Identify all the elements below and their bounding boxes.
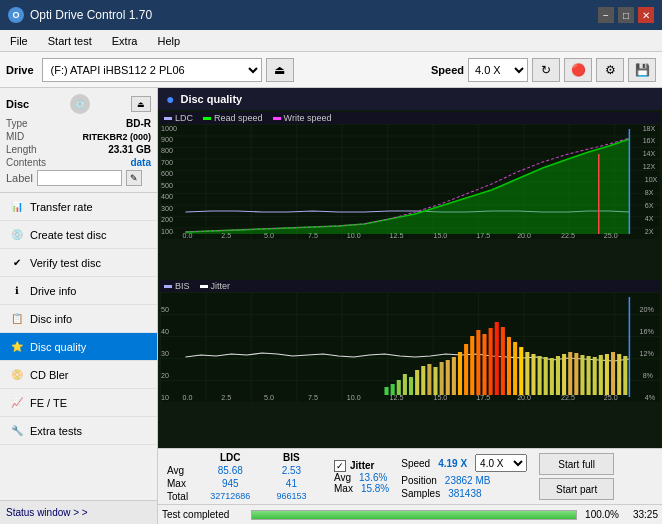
total-ldc: 32712686 [200, 490, 261, 503]
maximize-button[interactable]: □ [618, 7, 634, 23]
title-bar-left: O Opti Drive Control 1.70 [8, 7, 152, 23]
legend-jitter-label: Jitter [211, 281, 231, 291]
svg-text:17.5: 17.5 [476, 394, 490, 401]
sidebar-item-label-drive-info: Drive info [30, 285, 76, 297]
settings-button[interactable]: ⚙ [596, 58, 624, 82]
svg-text:12X: 12X [643, 163, 656, 170]
status-text: Test completed [162, 509, 247, 520]
disc-mid-row: MID RITEKBR2 (000) [6, 131, 151, 142]
sidebar-item-verify-test-disc[interactable]: ✔ Verify test disc [0, 249, 157, 277]
disc-label-input[interactable] [37, 170, 122, 186]
svg-text:4X: 4X [645, 215, 654, 222]
status-window[interactable]: Status window > > [0, 500, 157, 524]
sidebar-item-disc-info[interactable]: 📋 Disc info [0, 305, 157, 333]
menu-help[interactable]: Help [151, 33, 186, 49]
col-header-ldc: LDC [200, 451, 261, 464]
disc-contents-value: data [130, 157, 151, 168]
jitter-max-row: Max 15.8% [334, 483, 389, 494]
burn-button[interactable]: 🔴 [564, 58, 592, 82]
svg-rect-85 [562, 354, 566, 395]
svg-rect-66 [446, 360, 450, 395]
svg-text:800: 800 [161, 147, 173, 154]
start-full-button[interactable]: Start full [539, 453, 614, 475]
svg-rect-70 [470, 336, 474, 395]
save-button[interactable]: 💾 [628, 58, 656, 82]
sidebar: Disc 💿 ⏏ Type BD-R MID RITEKBR2 (000) Le… [0, 88, 158, 524]
close-button[interactable]: ✕ [638, 7, 654, 23]
jitter-checkbox[interactable]: ✓ [334, 460, 346, 472]
svg-text:900: 900 [161, 136, 173, 143]
svg-text:40: 40 [161, 328, 169, 335]
disc-length-row: Length 23.31 GB [6, 144, 151, 155]
svg-text:16%: 16% [640, 328, 655, 335]
sidebar-item-disc-quality[interactable]: ⭐ Disc quality [0, 333, 157, 361]
disc-eject-btn[interactable]: ⏏ [131, 96, 151, 112]
sidebar-item-label-cd-bler: CD Bler [30, 369, 69, 381]
svg-text:0.0: 0.0 [182, 394, 192, 401]
stats-table: LDC BIS Avg 85.68 2.53 Max 945 [164, 451, 322, 503]
drive-select[interactable]: (F:) ATAPI iHBS112 2 PL06 [42, 58, 262, 82]
sidebar-item-create-test-disc[interactable]: 💿 Create test disc [0, 221, 157, 249]
speed-select-stats[interactable]: 4.0 X [475, 454, 527, 472]
svg-text:20%: 20% [640, 306, 655, 313]
stats-total-row: Total 32712686 966153 [164, 490, 322, 503]
transfer-rate-icon: 📊 [10, 200, 24, 214]
verify-test-disc-icon: ✔ [10, 256, 24, 270]
bottom-stats-bar: LDC BIS Avg 85.68 2.53 Max 945 [158, 448, 662, 504]
disc-label-btn[interactable]: ✎ [126, 170, 142, 186]
svg-rect-67 [452, 357, 456, 395]
svg-text:8X: 8X [645, 189, 654, 196]
toolbar: Drive (F:) ATAPI iHBS112 2 PL06 ⏏ Speed … [0, 52, 662, 88]
jitter-header: Jitter [350, 460, 374, 471]
chart1-legend: LDC Read speed Write speed [160, 112, 660, 124]
read-speed-color [203, 117, 211, 120]
svg-text:500: 500 [161, 182, 173, 189]
sidebar-item-extra-tests[interactable]: 🔧 Extra tests [0, 417, 157, 445]
disc-label-row: Label ✎ [6, 170, 151, 186]
sidebar-item-cd-bler[interactable]: 📀 CD Bler [0, 361, 157, 389]
legend-write-speed-label: Write speed [284, 113, 332, 123]
menu-extra[interactable]: Extra [106, 33, 144, 49]
sidebar-item-drive-info[interactable]: ℹ Drive info [0, 277, 157, 305]
svg-rect-73 [489, 328, 493, 395]
col-header-bis: BIS [261, 451, 322, 464]
charts-wrapper: LDC Read speed Write speed [158, 110, 662, 448]
menu-file[interactable]: File [4, 33, 34, 49]
title-bar: O Opti Drive Control 1.70 − □ ✕ [0, 0, 662, 30]
refresh-button[interactable]: ↻ [532, 58, 560, 82]
speed-select[interactable]: 4.0 X [468, 58, 528, 82]
svg-rect-87 [574, 353, 578, 395]
minimize-button[interactable]: − [598, 7, 614, 23]
svg-rect-84 [556, 356, 560, 395]
max-bis: 41 [261, 477, 322, 490]
sidebar-item-fe-te[interactable]: 📈 FE / TE [0, 389, 157, 417]
svg-rect-92 [605, 354, 609, 395]
stats-max-row: Max 945 41 [164, 477, 322, 490]
disc-length-value: 23.31 GB [108, 144, 151, 155]
svg-rect-75 [501, 327, 505, 395]
jitter-avg-val: 13.6% [359, 472, 387, 483]
sidebar-item-label-extra-tests: Extra tests [30, 425, 82, 437]
svg-text:2.5: 2.5 [221, 394, 231, 401]
svg-text:100: 100 [161, 228, 173, 235]
ldc-chart-svg: 100 200 300 400 500 600 700 800 900 1000… [160, 124, 660, 239]
speed-value-stats: 4.19 X [438, 458, 467, 469]
menu-start-test[interactable]: Start test [42, 33, 98, 49]
sidebar-item-label-transfer-rate: Transfer rate [30, 201, 93, 213]
sidebar-item-label-create-test-disc: Create test disc [30, 229, 106, 241]
legend-bis-label: BIS [175, 281, 190, 291]
sidebar-item-transfer-rate[interactable]: 📊 Transfer rate [0, 193, 157, 221]
svg-rect-83 [550, 358, 554, 395]
svg-rect-93 [611, 352, 615, 395]
title-bar-controls: − □ ✕ [598, 7, 654, 23]
svg-rect-89 [587, 356, 591, 395]
eject-button[interactable]: ⏏ [266, 58, 294, 82]
disc-quality-icon: ⭐ [10, 340, 24, 354]
svg-rect-77 [513, 342, 517, 395]
disc-mid-value: RITEKBR2 (000) [82, 132, 151, 142]
start-part-button[interactable]: Start part [539, 478, 614, 500]
total-bis: 966153 [261, 490, 322, 503]
cd-bler-icon: 📀 [10, 368, 24, 382]
sidebar-menu: 📊 Transfer rate 💿 Create test disc ✔ Ver… [0, 193, 157, 500]
progress-bar-area: Test completed 100.0% 33:25 [158, 504, 662, 524]
